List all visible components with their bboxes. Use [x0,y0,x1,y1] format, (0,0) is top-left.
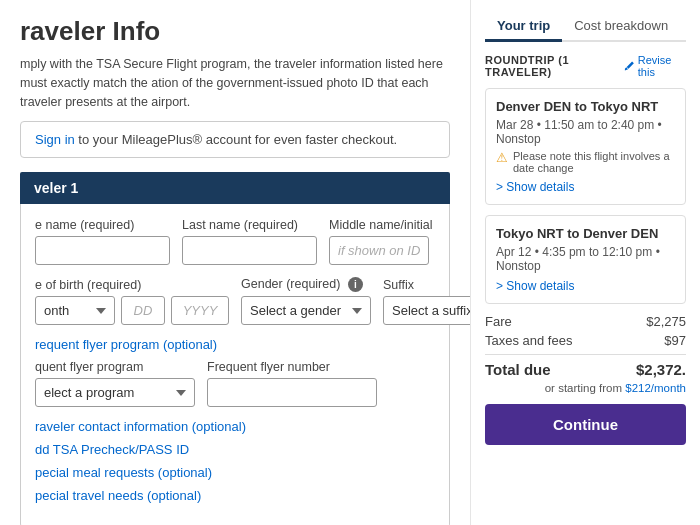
middle-name-label: Middle name/initial [329,218,433,232]
travel-needs-link[interactable]: pecial travel needs (optional) [35,488,435,503]
revise-link[interactable]: Revise this [624,54,686,78]
dob-label: e of birth (required) [35,278,229,292]
flight2-route: Tokyo NRT to Denver DEN [496,226,675,241]
ff-header: requent flyer program (optional) [35,337,435,352]
ff-number-group: Frequent flyer number [207,360,377,407]
dob-inputs: onth [35,296,229,325]
roundtrip-label: ROUNDTRIP (1 TRAVELER) [485,54,624,78]
sidebar-tabs: Your trip Cost breakdown [485,12,686,42]
starting-from-text: or starting from [545,382,622,394]
ff-program-link[interactable]: requent flyer program (optional) [35,337,435,352]
fare-row: Fare $2,275 [485,314,686,329]
middle-name-group: Middle name/initial [329,218,433,265]
taxes-label: Taxes and fees [485,333,572,348]
revise-label: Revise this [638,54,686,78]
flight-card-2: Tokyo NRT to Denver DEN Apr 12 • 4:35 pm… [485,215,686,304]
dob-group: e of birth (required) onth [35,278,229,325]
meal-requests-link[interactable]: pecial meal requests (optional) [35,465,435,480]
contact-info-link[interactable]: raveler contact information (optional) [35,419,435,434]
middle-name-input[interactable] [329,236,429,265]
traveler-form-body: e name (required) Last name (required) M… [20,204,450,525]
dob-gender-suffix-row: e of birth (required) onth Gender (requi… [35,277,435,325]
ff-program-label: quent flyer program [35,360,195,374]
tsa-precheck-link[interactable]: dd TSA Precheck/PASS ID [35,442,435,457]
continue-button[interactable]: Continue [485,404,686,445]
edit-icon [624,60,635,72]
warning-icon: ⚠ [496,150,508,166]
name-row: e name (required) Last name (required) M… [35,218,435,265]
flight1-show-details[interactable]: > Show details [496,180,574,194]
first-name-label: e name (required) [35,218,170,232]
starting-from: or starting from $212/month [485,382,686,394]
ff-program-group: quent flyer program elect a program [35,360,195,407]
ff-row: quent flyer program elect a program Freq… [35,360,435,407]
starting-from-link[interactable]: $212/month [625,382,686,394]
last-name-label: Last name (required) [182,218,317,232]
traveler-label: veler 1 [34,180,78,196]
total-row: Total due $2,372. [485,354,686,378]
dob-year-input[interactable] [171,296,229,325]
gender-info-icon[interactable]: i [348,277,363,292]
last-name-group: Last name (required) [182,218,317,265]
flight2-show-details[interactable]: > Show details [496,279,574,293]
date-change-warning: ⚠ Please note this flight involves a dat… [496,150,675,174]
page-title: raveler Info [20,16,450,47]
last-name-input[interactable] [182,236,317,265]
sign-in-text: to your MileagePlus® account for even fa… [75,132,397,147]
total-label: Total due [485,361,551,378]
ff-number-label: Frequent flyer number [207,360,377,374]
fare-breakdown: Fare $2,275 Taxes and fees $97 Total due… [485,314,686,394]
fare-label: Fare [485,314,512,329]
flight1-route: Denver DEN to Tokyo NRT [496,99,675,114]
gender-select[interactable]: Select a gender [241,296,371,325]
tab-your-trip[interactable]: Your trip [485,12,562,42]
tab-cost-breakdown[interactable]: Cost breakdown [562,12,680,42]
roundtrip-header: ROUNDTRIP (1 TRAVELER) Revise this [485,54,686,78]
sidebar: Your trip Cost breakdown ROUNDTRIP (1 TR… [470,0,700,525]
taxes-value: $97 [664,333,686,348]
gender-label: Gender (required) i [241,277,371,292]
fare-value: $2,275 [646,314,686,329]
dob-day-input[interactable] [121,296,165,325]
sign-in-link[interactable]: Sign in [35,132,75,147]
tsa-notice: mply with the TSA Secure Flight program,… [20,55,450,111]
total-value: $2,372. [636,361,686,378]
ff-number-input[interactable] [207,378,377,407]
first-name-input[interactable] [35,236,170,265]
traveler-section-header: veler 1 [20,172,450,204]
gender-group: Gender (required) i Select a gender [241,277,371,325]
ff-program-select[interactable]: elect a program [35,378,195,407]
taxes-row: Taxes and fees $97 [485,333,686,348]
flight-card-1: Denver DEN to Tokyo NRT Mar 28 • 11:50 a… [485,88,686,205]
first-name-group: e name (required) [35,218,170,265]
flight2-time: Apr 12 • 4:35 pm to 12:10 pm • Nonstop [496,245,675,273]
flight1-time: Mar 28 • 11:50 am to 2:40 pm • Nonstop [496,118,675,146]
warning-text: Please note this flight involves a date … [513,150,675,174]
dob-month-select[interactable]: onth [35,296,115,325]
sign-in-banner: Sign in to your MileagePlus® account for… [20,121,450,158]
main-column: raveler Info mply with the TSA Secure Fl… [0,0,470,525]
